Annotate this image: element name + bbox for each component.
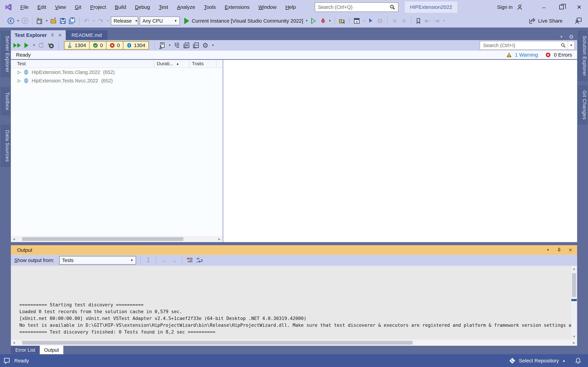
- side-tab[interactable]: Server Explorer: [1, 31, 10, 77]
- quick-search-input[interactable]: Search (Ctrl+Q): [315, 2, 398, 12]
- test-search-input[interactable]: Search (Ctrl+I) ▼: [480, 41, 575, 50]
- tabstrip-gear-icon[interactable]: ⚙: [569, 34, 574, 40]
- navigate-back-icon[interactable]: [7, 16, 15, 26]
- scroll-left-icon[interactable]: ◄: [11, 341, 17, 345]
- restore-button[interactable]: [553, 0, 570, 14]
- start-without-debugging-button[interactable]: [310, 16, 317, 26]
- navigate-forward-icon[interactable]: [21, 16, 29, 26]
- bell-icon[interactable]: [575, 357, 581, 364]
- menu-item[interactable]: View: [51, 0, 70, 14]
- word-wrap-icon[interactable]: abc: [196, 255, 204, 265]
- tab-error-list[interactable]: Error List: [11, 346, 40, 354]
- test-list-hscrollbar[interactable]: ◄ ►: [11, 236, 222, 242]
- start-debugging-button[interactable]: Current Instance [Visual Studio Communit…: [184, 16, 308, 26]
- playlist-chevron[interactable]: ▼: [168, 44, 171, 47]
- close-panel-icon[interactable]: ✕: [569, 247, 572, 253]
- column-duration[interactable]: Durati... ▲: [154, 60, 189, 68]
- menu-item[interactable]: Build: [110, 0, 131, 14]
- failed-tests-button[interactable]: 0: [106, 42, 123, 49]
- run-all-tests-button[interactable]: [13, 41, 21, 50]
- feedback-icon[interactable]: [574, 17, 582, 25]
- tab-test-explorer[interactable]: Test Explorer ✕: [11, 30, 66, 40]
- settings-chevron[interactable]: ▼: [212, 44, 214, 47]
- passed-tests-button[interactable]: 0: [89, 42, 106, 49]
- output-titlebar[interactable]: Output ▼ ✕: [11, 245, 577, 255]
- scroll-down-icon[interactable]: ▼: [571, 335, 577, 339]
- tab-list-chevron[interactable]: ▼: [560, 35, 563, 39]
- menu-item[interactable]: Extensions: [220, 0, 254, 14]
- solution-title[interactable]: HIPExtension2022: [405, 1, 457, 13]
- collapse-all-icon[interactable]: [192, 41, 200, 50]
- select-pointer-icon[interactable]: [367, 16, 375, 26]
- minimize-button[interactable]: –: [535, 0, 553, 14]
- test-tree-row[interactable]: ▷ HipExtension.Tests.Nvcc.2022 (652): [11, 76, 222, 85]
- test-search-chevron[interactable]: ▼: [568, 41, 574, 50]
- redo-chevron[interactable]: ▼: [106, 19, 109, 23]
- errors-link[interactable]: 0 Errors: [554, 52, 572, 58]
- clear-all-icon[interactable]: [186, 255, 194, 265]
- expand-chevron-icon[interactable]: ▷: [18, 78, 21, 83]
- output-log[interactable]: ========== Starting test discovery =====…: [11, 266, 571, 340]
- menu-item[interactable]: Project: [86, 0, 110, 14]
- open-file-icon[interactable]: [50, 16, 57, 26]
- scroll-thumb[interactable]: [22, 341, 413, 345]
- close-tab-icon[interactable]: ✕: [58, 33, 62, 38]
- pin-icon[interactable]: [50, 33, 55, 37]
- bookmark-icon[interactable]: [415, 16, 422, 26]
- paste-icon[interactable]: ⧉: [376, 16, 384, 26]
- scroll-right-icon[interactable]: ►: [216, 237, 222, 241]
- bookmarks-chevron[interactable]: ▼: [442, 19, 445, 23]
- group-by-icon[interactable]: [173, 41, 181, 50]
- side-tab[interactable]: Data Sources: [1, 125, 10, 167]
- run-chevron[interactable]: ▼: [33, 44, 35, 47]
- menu-item[interactable]: Git: [70, 0, 86, 14]
- expand-chevron-icon[interactable]: ▷: [18, 70, 21, 75]
- preview-window-chevron[interactable]: ▼: [362, 19, 365, 23]
- hot-reload-chevron[interactable]: ▼: [328, 19, 331, 23]
- tab-output[interactable]: Output: [40, 346, 63, 354]
- menu-item[interactable]: Window: [254, 0, 281, 14]
- total-tests-button[interactable]: 1304: [65, 42, 89, 49]
- scroll-up-icon[interactable]: ▲: [571, 267, 577, 271]
- output-source-select[interactable]: Tests ▼: [59, 256, 136, 265]
- save-icon[interactable]: [59, 16, 66, 26]
- close-button[interactable]: ✕: [570, 0, 588, 14]
- column-traits[interactable]: Traits: [189, 60, 216, 68]
- scroll-thumb[interactable]: [22, 237, 183, 241]
- indent-decrease-icon[interactable]: ≡: [391, 16, 398, 26]
- window-position-chevron[interactable]: ▼: [547, 248, 550, 252]
- repeat-last-run-icon[interactable]: [38, 41, 45, 50]
- menu-item[interactable]: Debug: [131, 0, 154, 14]
- sign-in-button[interactable]: Sign in: [497, 4, 523, 10]
- indent-increase-icon[interactable]: ≡: [400, 16, 408, 26]
- navigate-back-chevron[interactable]: ▼: [17, 19, 19, 23]
- side-tab[interactable]: Git Changes: [578, 85, 587, 125]
- column-test[interactable]: Test: [11, 60, 154, 68]
- side-tab[interactable]: Toolbox: [1, 87, 10, 115]
- scroll-thumb[interactable]: [572, 273, 576, 297]
- next-bookmark-icon[interactable]: ⇥: [433, 16, 441, 26]
- output-vscrollbar[interactable]: ▲ ▼: [571, 266, 577, 340]
- side-tab[interactable]: Solution Explorer: [578, 31, 587, 81]
- menu-item[interactable]: Analyze: [172, 0, 199, 14]
- not-run-tests-button[interactable]: 1304: [123, 42, 148, 49]
- goto-message-icon[interactable]: ↧: [145, 255, 152, 265]
- configuration-select[interactable]: Release ▼: [111, 17, 138, 25]
- menu-item[interactable]: Help: [281, 0, 300, 14]
- select-repository-button[interactable]: Select Repository ▲: [509, 358, 566, 364]
- run-tests-button[interactable]: [23, 41, 30, 50]
- pin-icon[interactable]: [557, 248, 562, 253]
- cancel-run-icon[interactable]: [47, 41, 55, 50]
- notification-message-icon[interactable]: [3, 357, 10, 365]
- save-all-icon[interactable]: [68, 16, 76, 26]
- hot-reload-icon[interactable]: [319, 16, 327, 26]
- undo-icon[interactable]: ↶: [83, 16, 90, 26]
- menu-item[interactable]: Tools: [199, 0, 220, 14]
- menu-item[interactable]: Edit: [33, 0, 51, 14]
- menu-item[interactable]: Test: [154, 0, 172, 14]
- find-in-files-icon[interactable]: [338, 16, 346, 26]
- settings-gear-icon[interactable]: ⚙: [202, 41, 209, 50]
- prev-message-icon[interactable]: ←: [160, 255, 168, 265]
- tab-readme[interactable]: README.md: [66, 30, 107, 40]
- menu-item[interactable]: File: [16, 0, 33, 14]
